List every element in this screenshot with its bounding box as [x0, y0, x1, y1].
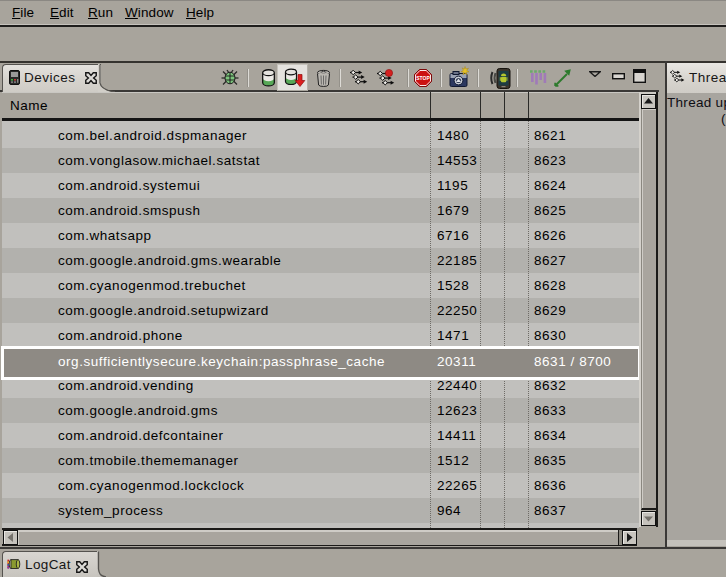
- svg-text:STOP: STOP: [416, 75, 430, 81]
